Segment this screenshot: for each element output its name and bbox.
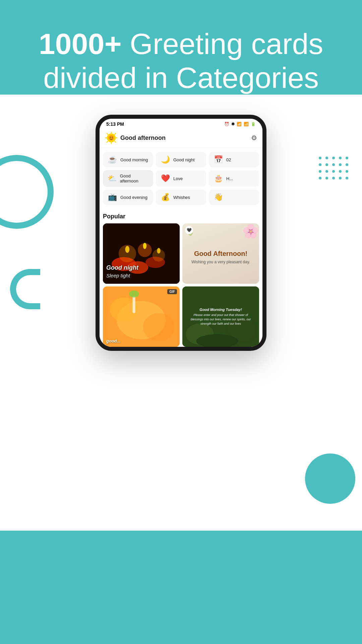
card-good-morning-tuesday[interactable]: Good Morning Tuesday! Please enter and p…: [182, 286, 259, 347]
category-wishes[interactable]: 💰 Whishes: [156, 190, 206, 205]
category-good-evening[interactable]: 📺 Good evening: [103, 190, 153, 205]
calendar-icon: 📅: [213, 155, 224, 164]
svg-point-27: [129, 290, 139, 298]
hero-title-bold: 1000+: [39, 27, 122, 60]
category-more[interactable]: 👋: [209, 190, 259, 205]
card-sleep-tight-text: Sleep tight: [106, 273, 176, 278]
afternoon-card-title: Good Afternoon!: [191, 250, 250, 258]
category-good-morning[interactable]: ☕ Good morning: [103, 152, 153, 167]
svg-point-10: [110, 137, 111, 138]
svg-point-20: [143, 243, 146, 249]
app-title: Good afternoon: [120, 135, 166, 142]
morning-card-body: Please enter and pour out that shower of…: [188, 313, 254, 326]
category-grid: ☕ Good morning 🌙 Good night 📅 02 ⛅ Good …: [100, 148, 262, 209]
category-label: Good evening: [120, 195, 147, 200]
gif-card-text: good...: [106, 338, 121, 343]
category-good-night[interactable]: 🌙 Good night: [156, 152, 206, 167]
card-night-inner: Good night Sleep tight: [106, 264, 176, 278]
flower-decoration: 🌸: [242, 223, 259, 239]
moon-icon: 🌙: [160, 155, 171, 164]
phone-mockup: 5:13 PM ⏰ ✱ 📶 📶 🔋: [96, 115, 266, 351]
wave-icon: 👋: [213, 193, 224, 202]
svg-point-25: [143, 313, 175, 341]
svg-point-21: [157, 248, 160, 254]
popular-title: Popular: [103, 213, 259, 220]
signal-icon: 📶: [244, 122, 249, 126]
popular-section: Popular: [100, 209, 262, 347]
svg-line-6: [107, 133, 108, 135]
settings-button[interactable]: ⚙: [251, 134, 257, 142]
hero-section: 1000+ Greeting cards divided in Categori…: [0, 0, 362, 95]
svg-line-8: [115, 133, 116, 135]
cake-icon: 🎂: [213, 174, 224, 183]
app-header-left: Good afternoon: [105, 131, 166, 144]
category-birthday[interactable]: 🎂 H...: [209, 170, 259, 187]
main-content-area: 5:13 PM ⏰ ✱ 📶 📶 🔋: [0, 95, 362, 531]
money-icon: 💰: [160, 193, 171, 202]
category-calendar[interactable]: 📅 02: [209, 152, 259, 167]
partly-cloudy-icon: ⛅: [107, 174, 117, 183]
phone-mockup-wrapper: 5:13 PM ⏰ ✱ 📶 📶 🔋: [0, 115, 362, 351]
category-label: Love: [173, 176, 183, 181]
cards-grid: Good night Sleep tight 🌸 🌷 🖤 Good Aftern…: [103, 223, 259, 347]
battery-icon: 🔋: [251, 122, 256, 126]
wifi-icon: 📶: [237, 122, 242, 126]
svg-line-7: [115, 142, 116, 143]
svg-rect-26: [132, 296, 135, 313]
hero-title: 1000+ Greeting cards divided in Categori…: [20, 27, 342, 95]
card-good-afternoon[interactable]: 🌸 🌷 🖤 Good Afternoon! Wishing you a very…: [182, 223, 259, 284]
alarm-icon: ⏰: [224, 122, 229, 126]
status-icons: ⏰ ✱ 📶 📶 🔋: [224, 122, 256, 126]
category-label: 02: [226, 157, 231, 162]
tv-icon: 📺: [107, 193, 118, 202]
category-good-afternoon[interactable]: ⛅ Good afternoon: [103, 170, 153, 187]
category-label: Whishes: [173, 195, 190, 200]
status-bar: 5:13 PM ⏰ ✱ 📶 📶 🔋: [100, 119, 262, 128]
afternoon-card-subtitle: Wishing you a very pleasant day.: [191, 260, 250, 264]
app-header: Good afternoon ⚙: [100, 128, 262, 148]
bluetooth-icon: ✱: [231, 122, 235, 126]
status-time: 5:13 PM: [106, 121, 124, 127]
orange-visual: [103, 286, 180, 347]
category-love[interactable]: ❤️ Love: [156, 170, 206, 187]
category-label: H...: [226, 176, 233, 181]
app-logo-icon: [105, 131, 118, 144]
afternoon-card-content: Good Afternoon! Wishing you a very pleas…: [191, 250, 250, 264]
category-label: Good afternoon: [120, 173, 149, 183]
heart-icon: ❤️: [160, 174, 171, 183]
svg-point-19: [125, 246, 129, 253]
morning-card-content: Good Morning Tuesday! Please enter and p…: [185, 305, 256, 328]
svg-point-1: [108, 135, 114, 141]
card-good-night[interactable]: Good night Sleep tight: [103, 223, 180, 284]
svg-line-9: [107, 142, 108, 143]
gif-badge: GIF: [167, 289, 177, 294]
coffee-icon: ☕: [107, 155, 118, 164]
deco-circle-solid: [305, 453, 355, 504]
card-gif-orange[interactable]: GIF good...: [103, 286, 180, 347]
card-good-night-text: Good night: [106, 264, 176, 271]
category-label: Good night: [173, 157, 195, 162]
svg-point-11: [112, 137, 113, 138]
category-label: Good morning: [120, 157, 148, 162]
morning-card-title: Good Morning Tuesday!: [188, 308, 254, 312]
